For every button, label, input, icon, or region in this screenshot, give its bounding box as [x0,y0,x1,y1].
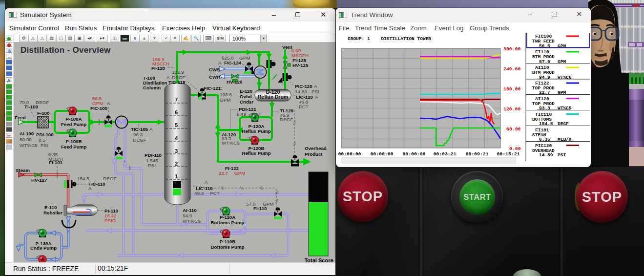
svg-text:PSIG: PSIG [104,218,116,223]
svg-text:525.0: 525.0 [222,55,234,61]
svg-text:154.5: 154.5 [539,121,553,127]
svg-text:00:00:00: 00:00:00 [370,151,393,157]
svg-text:57.0: 57.0 [246,201,256,207]
svg-text:Product: Product [305,151,323,157]
svg-text:14.89: 14.89 [295,89,307,94]
svg-text:GPM: GPM [558,90,566,95]
svg-text:Total Score: Total Score [304,257,333,262]
svg-text:A: A [149,127,153,132]
svg-text:PSI: PSI [41,143,48,148]
svg-text:P-100B: P-100B [66,139,82,144]
svg-text:P-110B: P-110B [220,239,235,244]
svg-text:00:03:21: 00:03:21 [433,151,456,157]
svg-text:49.3: 49.3 [194,191,204,196]
svg-text:22.7: 22.7 [539,90,550,95]
svg-text:MSCFH: MSCFH [291,53,309,58]
svg-text:A: A [88,186,92,191]
svg-text:240.00: 240.00 [503,66,520,72]
svg-text:120.00: 120.00 [503,106,520,112]
svg-text:57.0: 57.0 [539,59,550,64]
svg-text:180.00: 180.00 [503,86,520,92]
svg-text:Reflux Pump: Reflux Pump [242,128,270,134]
svg-text:WT%C6: WT%C6 [183,218,201,224]
svg-text:Bottoms Pump: Bottoms Pump [211,220,245,225]
svg-text:Feed Pump: Feed Pump [61,144,86,149]
svg-text:GPM: GPM [263,201,274,207]
svg-text:GPM: GPM [234,170,246,176]
svg-text:Cnds Pump: Cnds Pump [30,245,57,251]
svg-text:Feed Pump: Feed Pump [61,122,86,127]
svg-text:PCT: PCT [210,191,220,196]
svg-text:A: A [314,84,317,89]
svg-text:PDI-110: PDI-110 [145,152,162,158]
svg-text:Feed: Feed [15,115,26,120]
svg-text:AI-110: AI-110 [183,208,197,213]
svg-text:A: A [166,75,170,80]
svg-text:154.5: 154.5 [77,176,89,181]
svg-text:0.5: 0.5 [39,137,45,143]
svg-text:P-100A: P-100A [66,116,82,122]
svg-text:96.3: 96.3 [133,132,143,137]
svg-text:Overhead: Overhead [305,146,327,151]
svg-text:P-110A: P-110A [220,214,235,220]
svg-text:E-110: E-110 [44,205,57,210]
svg-text:PDI-100: PDI-100 [36,132,54,137]
svg-text:Ovhd: Ovhd [240,94,252,99]
svg-text:Bottoms Pump: Bottoms Pump [211,244,245,250]
svg-text:22.7: 22.7 [219,170,228,176]
svg-text:00:00:00: 00:00:00 [338,151,361,157]
svg-text:GPM: GPM [558,43,566,49]
svg-text:HV-126: HV-126 [227,79,243,85]
svg-text:HV-127: HV-127 [31,177,47,183]
svg-text:103.6: 103.6 [220,92,232,97]
svg-text:MLB/H: MLB/H [48,156,63,162]
svg-text:GPM: GPM [220,97,231,103]
svg-text:Reflux Drum: Reflux Drum [258,94,288,100]
svg-text:DEGF: DEGF [103,176,116,181]
svg-text:FIC-100: FIC-100 [90,106,107,111]
svg-text:00:15:21: 00:15:21 [497,151,519,157]
svg-text:9.49: 9.49 [237,111,247,117]
svg-text:Distillation - Overview: Distillation - Overview [21,45,111,55]
svg-text:300.00: 300.00 [503,46,520,52]
svg-text:5: 5 [175,122,178,128]
svg-text:PIC-120: PIC-120 [295,84,312,89]
svg-text:GROUP: 1 DISTILLATION TOWER: GROUP: 1 DISTILLATION TOWER [348,36,431,42]
svg-text:DEGF: DEGF [36,100,49,105]
svg-text:7: 7 [175,97,178,103]
svg-text:PSI: PSI [312,89,319,94]
svg-text:AI-100: AI-100 [20,131,34,136]
svg-text:FIC-124: FIC-124 [224,60,242,65]
svg-text:PCT: PCT [299,104,309,109]
svg-text:PSI: PSI [558,152,566,158]
svg-text:FIC-121: FIC-121 [204,85,221,91]
svg-text:DEGF: DEGF [558,121,569,127]
svg-text:WT%C5: WT%C5 [222,140,240,146]
svg-text:PSI: PSI [148,163,156,168]
svg-text:DEGF: DEGF [172,75,185,80]
svg-text:A: A [205,180,208,185]
svg-text:1: 1 [175,173,178,179]
svg-text:Column: Column [143,85,161,90]
svg-text:A: A [315,94,318,100]
svg-text:14.89: 14.89 [539,152,553,158]
svg-text:4: 4 [175,135,178,141]
svg-text:0.00: 0.00 [509,146,521,151]
svg-text:CWS: CWS [209,67,220,72]
svg-text:MSCFH: MSCFH [152,61,169,66]
svg-text:PSI: PSI [252,111,260,117]
svg-text:DEGF: DEGF [133,137,146,143]
svg-text:C: C [219,85,223,91]
svg-text:6: 6 [175,109,178,115]
svg-text:Reflux Pump: Reflux Pump [242,150,270,156]
svg-text:60.00: 60.00 [20,137,32,142]
svg-text:3: 3 [175,148,178,154]
svg-text:E-120: E-120 [240,88,252,94]
svg-text:2: 2 [175,161,178,167]
svg-text:WT%C5: WT%C5 [20,143,38,148]
svg-text:TIC-118: TIC-118 [168,80,186,85]
svg-text:60.00: 60.00 [506,127,521,132]
svg-text:00:00:00: 00:00:00 [402,151,425,157]
svg-text:70.0: 70.0 [20,100,29,105]
svg-text:CWR: CWR [209,74,220,80]
